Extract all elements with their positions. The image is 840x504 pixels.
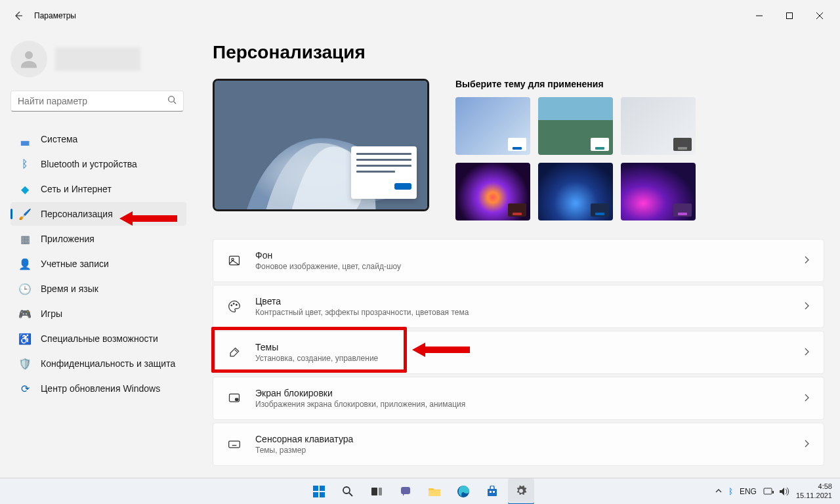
nav-apps[interactable]: ▦Приложения [10, 227, 186, 251]
tray-date: 15.11.2021 [796, 492, 832, 500]
svg-rect-26 [320, 492, 325, 497]
user-info-redacted [55, 47, 140, 71]
theme-thumb-3[interactable] [621, 97, 696, 155]
bluetooth-icon: ᛒ [18, 158, 32, 171]
tray-bluetooth-icon[interactable]: ᛒ [728, 487, 733, 496]
nav-accessibility[interactable]: ♿Специальные возможности [10, 327, 186, 350]
main-content: Персонализация Выберите тему для примене… [197, 32, 840, 478]
tray-network-volume[interactable] [763, 487, 789, 496]
nav-label: Сеть и Интернет [41, 184, 112, 194]
settings-list: ФонФоновое изображение, цвет, слайд-шоу … [213, 239, 824, 466]
nav-bluetooth[interactable]: ᛒBluetooth и устройства [10, 152, 186, 176]
nav-label: Специальные возможности [41, 333, 158, 344]
palette-icon [226, 299, 242, 314]
nav-accounts[interactable]: 👤Учетные записи [10, 252, 186, 276]
svg-rect-37 [764, 488, 772, 494]
taskbar-edge[interactable] [450, 478, 476, 505]
setting-background[interactable]: ФонФоновое изображение, цвет, слайд-шоу [213, 239, 824, 282]
svg-line-6 [174, 102, 177, 104]
nav-network[interactable]: ◆Сеть и Интернет [10, 177, 186, 201]
theme-thumb-5[interactable] [538, 163, 613, 220]
svg-rect-35 [490, 491, 492, 493]
setting-title: Фон [255, 250, 803, 261]
search-input[interactable] [18, 96, 167, 106]
paintbrush-icon: 🖌️ [18, 207, 32, 220]
lockscreen-icon [226, 390, 242, 406]
setting-sub: Темы, размер [255, 446, 803, 455]
nav-label: Время и язык [41, 284, 98, 294]
tray-clock[interactable]: 4:58 15.11.2021 [796, 482, 832, 499]
volume-icon [779, 487, 789, 496]
accessibility-icon: ♿ [18, 332, 32, 345]
svg-line-28 [349, 493, 352, 496]
back-button[interactable] [5, 3, 32, 29]
tray-overflow[interactable] [715, 487, 722, 496]
taskbar-taskview[interactable] [364, 478, 390, 505]
start-button[interactable] [306, 478, 332, 505]
tray-language[interactable]: ENG [740, 487, 757, 496]
taskbar-chat[interactable] [392, 478, 419, 505]
setting-title: Экран блокировки [255, 388, 803, 398]
nav-time-language[interactable]: 🕒Время и язык [10, 277, 186, 301]
nav-label: Bluetooth и устройства [41, 159, 137, 169]
nav-label: Центр обновления Windows [41, 383, 160, 394]
page-title: Персонализация [213, 42, 824, 63]
network-icon [763, 487, 774, 496]
taskbar-store[interactable] [479, 478, 505, 505]
theme-heading: Выберите тему для применения [455, 79, 696, 89]
theme-grid [455, 97, 696, 220]
gamepad-icon: 🎮 [18, 307, 32, 320]
nav-windows-update[interactable]: ⟳Центр обновления Windows [10, 377, 186, 400]
nav-privacy[interactable]: 🛡️Конфиденциальность и защита [10, 352, 186, 375]
tray-time: 4:58 [796, 482, 832, 491]
setting-colors[interactable]: ЦветаКонтрастный цвет, эффекты прозрачно… [213, 285, 824, 328]
svg-rect-1 [787, 13, 793, 19]
svg-rect-31 [401, 487, 410, 494]
nav-list: ▃Система ᛒBluetooth и устройства ◆Сеть и… [10, 127, 197, 400]
svg-rect-24 [320, 486, 325, 491]
setting-sub: Контрастный цвет, эффекты прозрачности, … [255, 308, 803, 317]
svg-rect-14 [236, 398, 238, 400]
theme-thumb-1[interactable] [455, 97, 530, 155]
chevron-right-icon [803, 346, 810, 358]
nav-gaming[interactable]: 🎮Игры [10, 302, 186, 326]
minimize-button[interactable] [744, 5, 774, 26]
update-icon: ⟳ [18, 382, 32, 395]
theme-thumb-4[interactable] [455, 163, 530, 220]
svg-point-12 [236, 304, 238, 306]
nav-label: Конфиденциальность и защита [41, 358, 175, 369]
nav-personalization[interactable]: 🖌️Персонализация [10, 202, 186, 226]
arrow-left-icon [13, 10, 24, 21]
taskbar-settings[interactable] [508, 478, 534, 505]
nav-label: Приложения [41, 234, 94, 244]
nav-label: Система [41, 134, 77, 144]
taskbar: ᛒ ENG 4:58 15.11.2021 [0, 478, 840, 504]
image-icon [226, 253, 242, 268]
setting-touch-keyboard[interactable]: Сенсорная клавиатураТемы, размер [213, 423, 824, 466]
maximize-button[interactable] [774, 5, 805, 26]
svg-point-27 [343, 487, 350, 494]
svg-rect-36 [493, 491, 495, 493]
avatar [10, 41, 47, 77]
theme-thumb-2[interactable] [538, 97, 613, 155]
chevron-right-icon [803, 255, 810, 266]
taskbar-search[interactable] [335, 478, 361, 505]
svg-rect-38 [772, 491, 774, 494]
window-title: Параметры [34, 11, 76, 20]
setting-lockscreen[interactable]: Экран блокировкиИзображения экрана блоки… [213, 377, 824, 420]
nav-system[interactable]: ▃Система [10, 127, 186, 151]
setting-themes[interactable]: ТемыУстановка, создание, управление [213, 331, 824, 374]
user-account-block[interactable] [10, 41, 197, 77]
svg-point-4 [25, 51, 33, 59]
theme-thumb-6[interactable] [621, 163, 696, 220]
brush-icon [226, 345, 242, 360]
desktop-preview[interactable] [213, 79, 429, 211]
setting-title: Цвета [255, 296, 803, 306]
search-icon [167, 95, 177, 107]
close-button[interactable] [805, 5, 835, 26]
taskbar-explorer[interactable] [421, 478, 448, 505]
taskbar-center [306, 478, 534, 505]
search-box[interactable] [10, 91, 184, 112]
shield-icon: 🛡️ [18, 357, 32, 370]
svg-rect-32 [429, 490, 440, 496]
